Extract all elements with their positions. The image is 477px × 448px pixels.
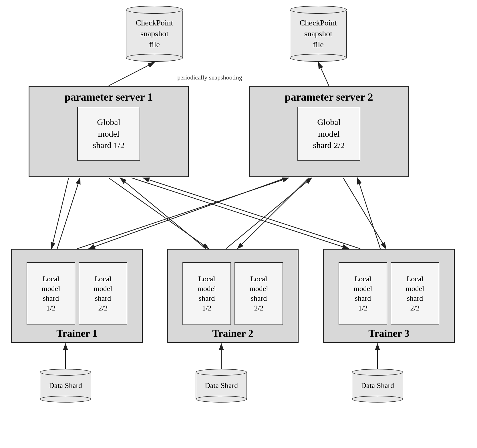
param-server-2: parameter server 2 Global model shard 2/…: [249, 86, 409, 177]
svg-line-8: [143, 178, 360, 249]
svg-line-10: [51, 178, 69, 249]
trainer-3-shard-1: Local model shard 1/2: [339, 262, 387, 325]
trainer-1-shard-1: Local model shard 1/2: [27, 262, 75, 325]
svg-line-15: [343, 178, 386, 249]
trainer-3-label: Trainer 3: [368, 327, 410, 339]
svg-line-12: [109, 178, 209, 249]
trainer-2-shard-1: Local model shard 1/2: [182, 262, 231, 325]
checkpoint1-label: CheckPoint snapshot file: [126, 11, 183, 57]
param-server-1-shard: Global model shard 1/2: [77, 107, 140, 161]
param-server-2-title: parameter server 2: [285, 91, 373, 103]
svg-line-5: [77, 178, 289, 249]
data-shard-1: Data Shard: [40, 369, 91, 403]
checkpoint-cylinder-2: CheckPoint snapshot file: [290, 6, 347, 62]
trainer-2-label: Trainer 2: [212, 327, 253, 339]
svg-line-14: [132, 178, 349, 249]
svg-line-13: [237, 178, 309, 249]
data-shard-2: Data Shard: [196, 369, 247, 403]
trainer-3: Local model shard 1/2 Local model shard …: [323, 249, 455, 343]
param-server-2-shard: Global model shard 2/2: [297, 107, 360, 161]
snapshot-label: periodically snapshooting: [177, 74, 242, 81]
trainer-1: Local model shard 1/2 Local model shard …: [11, 249, 143, 343]
svg-line-11: [89, 178, 286, 249]
param-server-1-title: parameter server 1: [65, 91, 153, 103]
svg-line-2: [109, 62, 154, 86]
svg-line-4: [57, 178, 80, 249]
trainer-2: Local model shard 1/2 Local model shard …: [167, 249, 299, 343]
diagram: CheckPoint snapshot file CheckPoint snap…: [0, 0, 477, 448]
trainer-1-shard-2: Local model shard 2/2: [79, 262, 127, 325]
checkpoint-cylinder-1: CheckPoint snapshot file: [126, 6, 183, 62]
trainer-1-label: Trainer 1: [56, 327, 98, 339]
svg-line-3: [318, 62, 329, 86]
data-shard-3: Data Shard: [352, 369, 403, 403]
trainer-3-shard-2: Local model shard 2/2: [391, 262, 439, 325]
checkpoint2-label: CheckPoint snapshot file: [290, 11, 347, 57]
svg-line-6: [120, 178, 206, 249]
param-server-1: parameter server 1 Global model shard 1/…: [29, 86, 189, 177]
trainer-2-shard-2: Local model shard 2/2: [234, 262, 283, 325]
svg-line-9: [357, 178, 380, 249]
svg-line-7: [226, 178, 312, 249]
